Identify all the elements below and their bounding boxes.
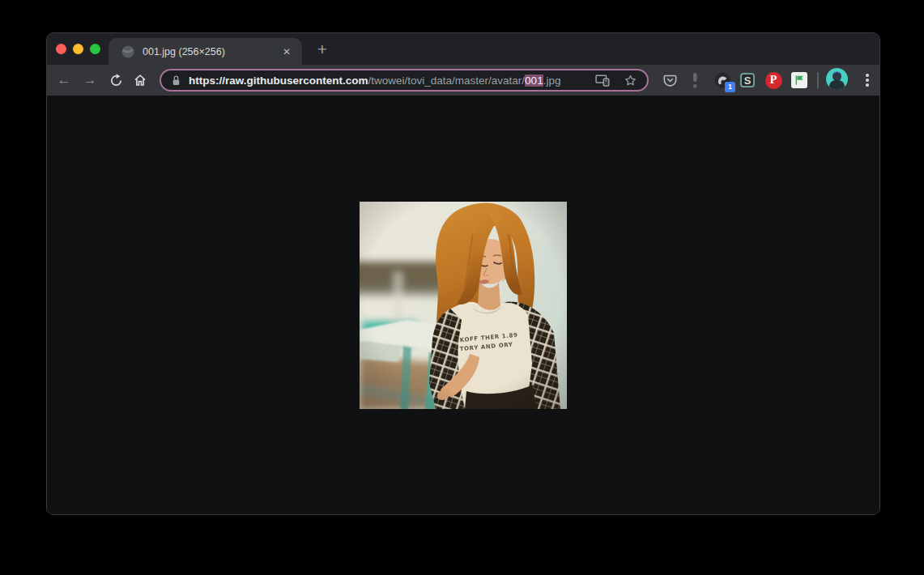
omnibox-actions xyxy=(595,74,637,87)
url-extension: .jpg xyxy=(543,75,561,87)
avatar-photo-art: KOFF THER 1.89 TORY AND ORY xyxy=(360,202,567,409)
tab-001jpg[interactable]: 001.jpg (256×256) ✕ xyxy=(109,38,302,65)
new-tab-button[interactable]: + xyxy=(312,40,333,61)
page-content: KOFF THER 1.89 TORY AND ORY xyxy=(47,96,879,514)
toolbar: ← → https://raw xyxy=(47,65,879,96)
stylus-icon: S xyxy=(740,73,755,87)
profile-avatar[interactable] xyxy=(826,68,848,90)
url-selected-segment: 001 xyxy=(525,75,543,87)
close-window-button[interactable] xyxy=(56,44,66,54)
url-text: https://raw.githubusercontent.com/twowei… xyxy=(189,75,587,87)
globe-icon xyxy=(121,45,134,58)
pinterest-extension-button[interactable]: P xyxy=(764,70,783,90)
send-to-device-icon[interactable] xyxy=(595,75,611,87)
main-image[interactable]: KOFF THER 1.89 TORY AND ORY xyxy=(360,202,567,409)
home-icon xyxy=(133,73,147,87)
pocket-extension-button[interactable] xyxy=(660,70,679,90)
disabled-extension-button[interactable] xyxy=(685,70,705,90)
flag-extension-button[interactable] xyxy=(790,70,809,90)
address-bar[interactable]: https://raw.githubusercontent.com/twowei… xyxy=(160,69,649,92)
reload-icon xyxy=(109,74,123,87)
url-path: /twowei/tovi_data/master/avatar/ xyxy=(368,75,526,87)
stylus-extension-button[interactable]: S xyxy=(738,70,757,90)
url-host: https://raw.githubusercontent.com xyxy=(189,75,368,87)
back-button[interactable]: ← xyxy=(54,70,74,90)
browser-menu-button[interactable] xyxy=(858,70,877,90)
lock-icon xyxy=(171,75,181,87)
github-extension-button[interactable]: 1 xyxy=(713,70,732,90)
minimize-window-button[interactable] xyxy=(73,44,83,54)
browser-window: 001.jpg (256×256) ✕ + ← → xyxy=(46,32,880,515)
back-arrow-icon: ← xyxy=(57,72,71,88)
flag-icon xyxy=(791,72,807,88)
kebab-menu-icon xyxy=(866,74,869,77)
pinterest-icon: P xyxy=(765,72,782,89)
home-button[interactable] xyxy=(130,70,150,90)
bookmark-star-icon[interactable] xyxy=(624,74,637,87)
forward-button[interactable]: → xyxy=(80,70,100,90)
tab-strip: 001.jpg (256×256) ✕ + xyxy=(47,33,879,65)
pocket-icon xyxy=(662,73,678,88)
reload-button[interactable] xyxy=(106,70,126,90)
zoom-window-button[interactable] xyxy=(90,44,100,54)
github-notification-badge: 1 xyxy=(725,82,735,92)
toolbar-separator xyxy=(817,72,819,88)
forward-arrow-icon: → xyxy=(83,72,97,88)
tab-close-button[interactable]: ✕ xyxy=(279,45,294,59)
tab-title: 001.jpg (256×256) xyxy=(143,46,279,58)
exclamation-icon xyxy=(692,73,698,88)
